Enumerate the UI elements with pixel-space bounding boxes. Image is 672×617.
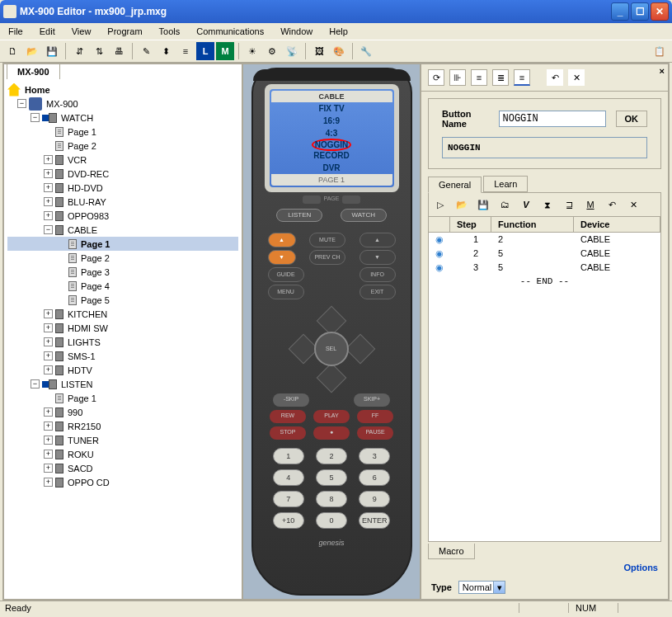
collapse-icon[interactable]: − [31,379,40,389]
stop-button[interactable]: STOP [270,426,306,440]
m-icon[interactable]: M [216,42,234,60]
expand-icon[interactable]: + [44,309,53,318]
tree-dev[interactable]: +HDMI SW [7,321,238,335]
num-1[interactable]: 1 [273,448,304,464]
panel-close-icon[interactable]: × [660,66,665,76]
rec-button[interactable]: ● [313,426,350,440]
expand-icon[interactable]: + [44,337,53,346]
tool-icon[interactable]: 🔧 [357,42,375,60]
menu-program[interactable]: Program [102,25,147,38]
screen-row[interactable]: 4:3 [271,127,392,139]
tree-page[interactable]: Page 2 [7,251,238,265]
print-icon[interactable]: 🖶 [110,42,128,60]
tree-dev[interactable]: +OPPO CD [7,475,238,489]
delete2-icon[interactable]: ✕ [625,196,641,213]
play-macro-icon[interactable]: ▷ [432,196,449,213]
num-5[interactable]: 5 [316,469,347,486]
menu-help[interactable]: Help [324,25,353,38]
tree-cable[interactable]: −CABLE [7,223,238,237]
open-macro-icon[interactable]: 📂 [453,196,470,213]
tree-dev[interactable]: +LIGHTS [7,335,238,349]
vol-down-button[interactable]: ▼ [268,250,296,265]
tree-tab[interactable]: MX-900 [7,64,60,79]
col-step[interactable]: Step [450,217,491,232]
tree-dev[interactable]: +BLU-RAY [7,195,238,209]
num-9[interactable]: 9 [359,491,390,507]
tree-page-selected[interactable]: Page 1 [7,237,238,251]
page-prev-button[interactable] [303,195,321,204]
menu-tools[interactable]: Tools [154,25,186,38]
tree-page[interactable]: Page 1 [7,125,238,139]
tree-page[interactable]: Page 3 [7,265,238,279]
tab-learn[interactable]: Learn [483,176,528,192]
edit-icon[interactable]: ✎ [137,42,155,60]
db-icon[interactable]: 🗂 [496,196,513,213]
guide-button[interactable]: GUIDE [268,267,304,282]
info-button[interactable]: INFO [359,267,396,282]
dpad-right[interactable] [345,334,375,365]
skip-back-button[interactable]: -SKIP [273,393,309,407]
collapse-icon[interactable]: − [31,113,40,122]
undo2-icon[interactable]: ↶ [604,196,620,213]
expand-icon[interactable]: + [44,365,53,374]
tree-dev[interactable]: +TUNER [7,433,238,447]
tab-general[interactable]: General [428,177,482,193]
menu-file[interactable]: File [3,25,28,38]
col-device[interactable]: Device [574,217,660,232]
timer-icon[interactable]: ⧗ [539,196,556,213]
num-3[interactable]: 3 [359,448,390,464]
menu-view[interactable]: View [67,25,96,38]
macro-step-row[interactable]: ◉25CABLE [429,247,660,261]
tree-watch[interactable]: −WATCH [7,111,238,125]
menu-edit[interactable]: Edit [35,25,60,38]
col-function[interactable]: Function [491,217,574,232]
mute-button[interactable]: MUTE [309,233,345,247]
image1-icon[interactable]: 🖼 [310,42,328,60]
tree-dev[interactable]: +990 [7,405,238,419]
expand-icon[interactable]: + [44,169,53,178]
rew-button[interactable]: REW [270,410,306,423]
expand-icon[interactable]: + [44,211,53,220]
tree-dev[interactable]: +HDTV [7,363,238,377]
macro-step-row[interactable]: ◉35CABLE [429,261,660,275]
expand-icon[interactable]: + [44,436,53,445]
download-icon[interactable]: ⇅ [90,42,108,60]
vol-up-button[interactable]: ▲ [268,233,296,247]
ir-icon[interactable]: ☀ [243,42,261,60]
expand-icon[interactable]: + [44,450,53,459]
tree-dev[interactable]: +DVD-REC [7,167,238,181]
v-icon[interactable]: V [518,196,534,213]
delete-icon[interactable]: ✕ [568,69,585,86]
tree-home[interactable]: Home [7,82,238,97]
num-8[interactable]: 8 [316,491,347,507]
ch-down-button[interactable]: ▼ [359,250,396,265]
macro-step-row[interactable]: ◉12CABLE [429,233,660,247]
page-next-button[interactable] [342,195,360,204]
expand-icon[interactable]: + [44,197,53,206]
tree-page[interactable]: Page 4 [7,279,238,293]
expand-icon[interactable]: + [44,478,53,487]
play-button[interactable]: PLAY [313,410,350,423]
expand-icon[interactable]: + [44,183,53,192]
minimize-button[interactable]: _ [611,2,629,21]
watch-button[interactable]: WATCH [341,209,387,222]
l-icon[interactable]: L [196,42,214,60]
macro-icon[interactable]: ≡ [176,42,195,60]
button-name-input[interactable] [499,111,606,127]
step-icon[interactable]: ⊒ [561,196,577,213]
close-button[interactable]: ✕ [651,2,669,21]
learn-icon[interactable]: ⬍ [157,42,175,60]
tree-page[interactable]: Page 1 [7,391,238,405]
dpad-down[interactable] [316,363,346,393]
save-macro-icon[interactable]: 💾 [475,196,491,213]
skip-fwd-button[interactable]: SKIP+ [354,393,390,407]
enter-button[interactable]: ENTER [359,512,390,529]
exit-button[interactable]: EXIT [359,285,396,299]
tree-listen[interactable]: −LISTEN [7,377,238,391]
menu-communications[interactable]: Communications [191,25,269,38]
upload-icon[interactable]: ⇵ [70,42,88,60]
screen-row[interactable]: 16:9 [271,115,392,127]
select-button[interactable]: SEL [314,332,349,366]
maximize-button[interactable]: ☐ [631,2,649,21]
help-icon[interactable]: 📋 [651,42,669,60]
